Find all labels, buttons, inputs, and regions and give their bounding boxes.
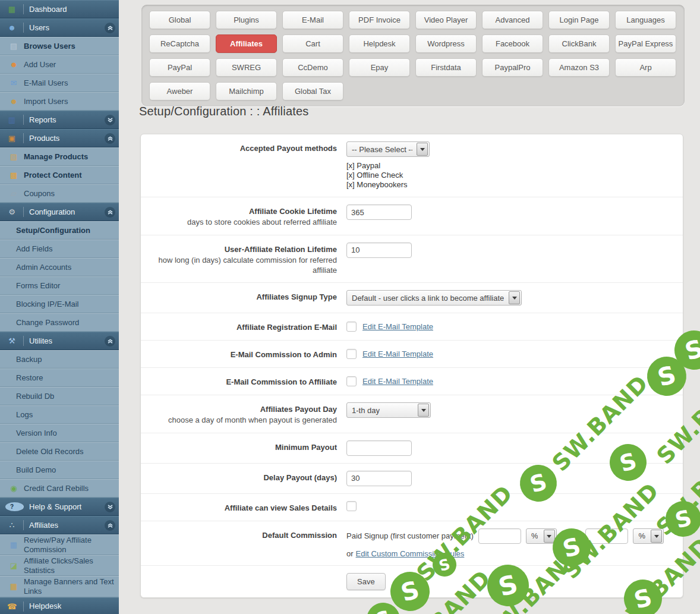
row-control: Paid Signup (first customer payment)%Reb…: [346, 528, 673, 558]
email-commission-to-admin-link[interactable]: Edit E-Mail Template: [362, 349, 433, 358]
sidebar-item-affiliate-clicks-sales-statistics[interactable]: ◪Affiliate Clicks/Sales Statistics: [0, 555, 119, 576]
tab-paypal-express[interactable]: PayPal Express: [615, 34, 676, 53]
chevron-up-icon[interactable]: [105, 520, 115, 531]
tab-firstdata[interactable]: Firstdata: [415, 58, 477, 77]
sidebar-item-restore[interactable]: Restore: [0, 369, 119, 387]
tab-clickbank[interactable]: ClickBank: [548, 34, 610, 53]
sidebar-item-credit-card-rebills[interactable]: ◉Credit Card Rebills: [0, 479, 119, 498]
chevron-up-icon[interactable]: [105, 336, 115, 347]
sidebar-item-delete-old-records[interactable]: Delete Old Records: [0, 442, 119, 461]
chevron-up-icon[interactable]: [105, 133, 115, 144]
rebill-label: Rebill: [562, 531, 581, 540]
rebill-percent-select[interactable]: %: [633, 528, 664, 544]
minimum-payout-input[interactable]: [346, 440, 412, 456]
affiliate-cookie-lifetime-input[interactable]: [346, 204, 412, 220]
tab-e-mail[interactable]: E-Mail: [282, 11, 343, 29]
form-row-minimum-payout: Minimum Payout: [141, 433, 683, 464]
tab-pdf-invoice[interactable]: PDF Invoice: [349, 11, 410, 29]
protect-content-icon: ▩: [8, 170, 20, 180]
affiliates-payout-day-select[interactable]: 1-th day: [346, 402, 431, 418]
sidebar-item-backup[interactable]: Backup: [0, 350, 119, 369]
delay-payout-days-input[interactable]: [346, 471, 412, 486]
sidebar-item-review-pay-affiliate-commission[interactable]: ▦Review/Pay Affiliate Commission: [0, 534, 119, 555]
sidebar-item-products[interactable]: ▣Products: [0, 129, 119, 147]
tab-ccdemo[interactable]: CcDemo: [282, 58, 343, 77]
tab-cart[interactable]: Cart: [282, 34, 343, 53]
tab-wordpress[interactable]: Wordpress: [415, 34, 477, 53]
tab-swreg[interactable]: SWREG: [216, 58, 277, 77]
tab-global-tax[interactable]: Global Tax: [282, 82, 343, 100]
tab-arp[interactable]: Arp: [615, 58, 676, 77]
sidebar-item-change-password[interactable]: Change Password: [0, 313, 119, 332]
affiliate-registration-email-link[interactable]: Edit E-Mail Template: [362, 322, 433, 331]
affiliates-signup-type-select[interactable]: Default - user clicks a link to become a…: [346, 290, 522, 306]
sidebar-item-help-support[interactable]: ?Help & Support: [0, 498, 119, 516]
tab-video-player[interactable]: Video Player: [415, 11, 477, 29]
sidebar-item-utilites[interactable]: ⚒Utilites: [0, 332, 119, 350]
tab-epay[interactable]: Epay: [349, 58, 410, 77]
row-control: [346, 440, 673, 456]
sidebar-item-label: Dashboard: [29, 5, 67, 14]
paid-signup-input[interactable]: [478, 528, 521, 544]
tab-paypal[interactable]: PayPal: [149, 58, 210, 77]
sidebar-item-blocking-ip-e-mail[interactable]: Blocking IP/E-Mail: [0, 295, 119, 313]
rebill-input[interactable]: [585, 528, 628, 544]
tab-plugins[interactable]: Plugins: [216, 11, 277, 29]
tab-recaptcha[interactable]: ReCaptcha: [149, 34, 210, 53]
sidebar-item-helpdesk[interactable]: ☎Helpdesk: [0, 597, 119, 614]
email-commission-to-affiliate-checkbox[interactable]: [346, 376, 357, 386]
save-button[interactable]: Save: [346, 573, 386, 590]
tab-login-page[interactable]: Login Page: [548, 11, 610, 29]
sidebar-item-protect-content[interactable]: ▩Protect Content: [0, 166, 119, 184]
sidebar-item-logs[interactable]: Logs: [0, 405, 119, 424]
select-value: %: [526, 531, 538, 540]
sidebar-item-add-fields[interactable]: Add Fields: [0, 240, 119, 258]
affiliate-can-view-sales-details-checkbox[interactable]: [346, 501, 357, 511]
sidebar-item-label: Setup/Configuration: [16, 226, 90, 235]
sidebar-item-admin-accounts[interactable]: Admin Accounts: [0, 258, 119, 276]
sidebar-item-dashboard[interactable]: ▦Dashboard: [0, 0, 119, 18]
tab-helpdesk[interactable]: Helpdesk: [349, 34, 410, 53]
field-label: Default Commission: [150, 531, 337, 541]
chevron-down-icon[interactable]: [105, 115, 115, 125]
tab-global[interactable]: Global: [149, 11, 210, 29]
accepted-payout-methods-select[interactable]: -- Please Select --: [346, 141, 430, 157]
edit-custom-commission-rules-link[interactable]: Edit Custom Commission Rules: [356, 549, 465, 558]
sidebar-item-build-demo[interactable]: Build Demo: [0, 461, 119, 479]
sidebar-item-rebuild-db[interactable]: Rebuild Db: [0, 387, 119, 405]
users-icon: ☻: [5, 23, 24, 33]
sidebar-item-browse-users[interactable]: ▤Browse Users: [0, 37, 119, 55]
tab-mailchimp[interactable]: Mailchimp: [216, 82, 277, 100]
sidebar-item-manage-products[interactable]: ▧Manage Products: [0, 147, 119, 166]
user-affiliate-relation-lifetime-input[interactable]: [346, 243, 412, 258]
sidebar-item-users[interactable]: ☻Users: [0, 18, 119, 37]
sidebar-item-setup-configuration[interactable]: Setup/Configuration: [0, 221, 119, 240]
affiliate-registration-email-checkbox[interactable]: [346, 322, 357, 332]
tab-paypalpro[interactable]: PaypalPro: [482, 58, 543, 77]
sidebar-item-version-info[interactable]: Version Info: [0, 424, 119, 442]
paid-signup-label: Paid Signup (first customer payment): [346, 531, 474, 540]
tab-aweber[interactable]: Aweber: [149, 82, 210, 100]
sidebar-item-configuration[interactable]: ⚙Configuration: [0, 203, 119, 221]
tab-advanced[interactable]: Advanced: [482, 11, 543, 29]
sidebar-item-coupons[interactable]: ▱Coupons: [0, 184, 119, 203]
tab-affiliates[interactable]: Affiliates: [216, 34, 277, 53]
tab-facebook[interactable]: Facebook: [482, 34, 543, 53]
chevron-down-icon[interactable]: [105, 502, 115, 512]
tab-languages[interactable]: Languages: [615, 11, 676, 29]
paid-signup-percent-select[interactable]: %: [526, 528, 557, 544]
row-label: Affiliate Cookie Lifetimedays to store c…: [150, 204, 346, 228]
email-commission-to-admin-checkbox[interactable]: [346, 349, 357, 359]
tab-amazon-s3[interactable]: Amazon S3: [548, 58, 610, 77]
sidebar-item-manage-banners-and-text-links[interactable]: ▦Manage Banners and Text Links: [0, 576, 119, 597]
email-commission-to-affiliate-link[interactable]: Edit E-Mail Template: [362, 377, 433, 386]
sidebar-item-forms-editor[interactable]: Forms Editor: [0, 276, 119, 295]
sidebar-item-label: Helpdesk: [29, 602, 61, 611]
sidebar-item-reports[interactable]: ▥Reports: [0, 111, 119, 129]
sidebar-item-e-mail-users[interactable]: ✉E-Mail Users: [0, 74, 119, 92]
chevron-up-icon[interactable]: [105, 207, 115, 218]
sidebar-item-import-users[interactable]: ☻Import Users: [0, 92, 119, 111]
sidebar-item-affiliates[interactable]: ∴Affiliates: [0, 516, 119, 534]
chevron-up-icon[interactable]: [105, 23, 115, 33]
sidebar-item-add-user[interactable]: ☻Add User: [0, 55, 119, 74]
